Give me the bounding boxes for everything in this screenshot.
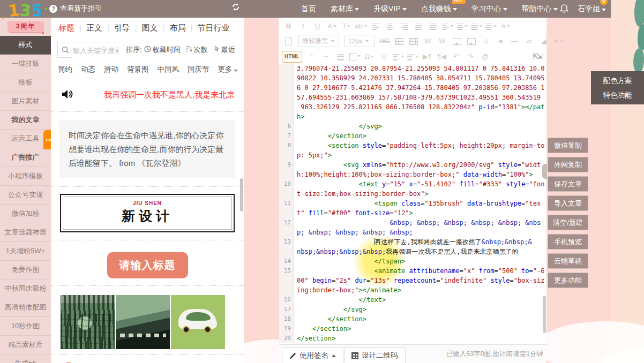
style-item-marquee[interactable]: 我再强调一次我不是黑人,我是来北京 <box>51 78 244 112</box>
sidebar-item-9[interactable]: 公众号变现 <box>0 186 51 205</box>
ordered-list-icon[interactable] <box>391 52 406 61</box>
code-line[interactable]: 6 </svg> <box>279 122 546 131</box>
font-size-select[interactable]: 12px <box>342 35 377 47</box>
sidebar-item-7[interactable]: 广告推广 <box>0 148 51 167</box>
more-text-style-icon[interactable]: A <box>498 22 513 30</box>
code-line[interactable]: 7 </section> <box>279 131 546 141</box>
action-button-5[interactable]: 清空/新建 <box>548 215 588 230</box>
sidebar-item-18[interactable]: 生成h5 <box>0 354 51 363</box>
editor-scrollbar[interactable] <box>543 296 546 333</box>
filter-chip-6[interactable]: 国庆节 <box>188 65 209 74</box>
sidebar-item-17[interactable]: 精品素材库 <box>0 336 51 354</box>
word-paste-icon[interactable]: W <box>421 37 435 45</box>
sidebar-item-3[interactable]: 模板 <box>0 73 51 92</box>
code-line[interactable]: 11 <tspan class="135brush" data-brushtyp… <box>279 199 546 208</box>
sidebar-item-2[interactable]: 一键排版 <box>0 55 51 73</box>
nav-item-6[interactable]: 帮助中心 <box>522 4 558 14</box>
filter-chip-5[interactable]: 中国风 <box>158 65 179 74</box>
music-icon[interactable]: ♫ <box>478 37 493 45</box>
code-line[interactable]: 00" begin="2s" dur="13s" repeatcount="in… <box>279 276 546 285</box>
code-line[interactable]: 6 0 27.910677-5.421476 37.947264-15.7804… <box>279 83 546 93</box>
style-tab-4[interactable]: 图文 <box>142 23 158 32</box>
sidebar-item-13[interactable]: 免费作图 <box>0 261 51 279</box>
code-line[interactable]: 90822 10.358929 24.207331 15.780405 38.0… <box>279 73 546 83</box>
text-block-icon[interactable] <box>333 52 348 61</box>
eraser-icon[interactable]: ▱ <box>522 37 536 45</box>
blockquote-icon[interactable]: ” <box>304 52 319 61</box>
filter-chip-2[interactable]: 动态 <box>81 65 95 74</box>
style-tab-6[interactable]: 节日行业 <box>198 23 230 32</box>
font-family-select[interactable]: 微软雅黑 <box>296 35 342 47</box>
action-button-2[interactable]: 外网复制 <box>548 157 588 172</box>
sidebar-item-16[interactable]: 10秒作图 <box>0 317 51 336</box>
insert-block-icon[interactable] <box>348 52 362 61</box>
anchor-icon[interactable]: @ <box>478 52 492 61</box>
sidebar-item-14[interactable]: 中秋国庆吸粉 <box>0 279 51 298</box>
sort-option-2[interactable]: 次数 <box>185 45 208 55</box>
sidebar-item-5[interactable]: 我的文章 <box>0 111 51 130</box>
code-line[interactable]: p: 5px;"> <box>279 150 546 160</box>
underline-icon[interactable]: U <box>310 22 325 30</box>
sidebar-item-10[interactable]: 微信加粉 <box>0 205 51 223</box>
html-source-button[interactable]: HTML <box>282 51 302 63</box>
nav-item-3[interactable]: 升级VIP <box>373 4 407 14</box>
style-item-logo-card[interactable]: JIU SHEN 新设计 <box>51 194 244 240</box>
action-button-1[interactable]: 微信复制 <box>548 138 588 153</box>
align-right-icon[interactable] <box>397 22 411 30</box>
panel-collapse-handle[interactable] <box>542 164 547 179</box>
sidebar-item-4[interactable]: 图片素材 <box>0 92 51 111</box>
new-document-icon[interactable] <box>281 36 296 45</box>
action-button-6[interactable]: 手机预览 <box>548 234 588 249</box>
italic-icon[interactable]: I <box>296 22 310 31</box>
font-background-icon[interactable]: T <box>339 22 354 30</box>
filter-more[interactable]: 更多 <box>218 65 238 74</box>
action-button-8[interactable]: 更多功能 <box>548 273 588 288</box>
emoji-icon[interactable]: ☺ <box>377 52 391 61</box>
style-tab-5[interactable]: 布局 <box>170 23 186 32</box>
line-height-icon[interactable] <box>455 22 469 30</box>
code-line[interactable]: 19 </section> <box>279 324 546 334</box>
code-line[interactable]: t-size:1em;box-sizing:border-box"> <box>279 189 546 199</box>
code-editor[interactable]: 3.796074-21.255093 20.87954-21.255093 54… <box>279 64 546 343</box>
style-panel-scrollbar[interactable] <box>240 178 243 211</box>
sidebar-item-6[interactable]: 运营工具new <box>0 130 51 148</box>
align-justify-icon[interactable] <box>411 22 426 30</box>
table-tools-icon[interactable] <box>406 37 421 45</box>
code-line[interactable]: 16 </text> <box>279 295 546 305</box>
feature-item-2[interactable]: 特色功能 <box>591 90 644 100</box>
redo-icon[interactable]: ↷ <box>463 52 478 61</box>
code-line[interactable]: ing:border-box;"></animate> <box>279 285 546 295</box>
image-gallery-icon[interactable] <box>464 37 478 45</box>
align-center-icon[interactable] <box>383 22 397 30</box>
action-button-4[interactable]: 导入文章 <box>548 195 588 211</box>
feature-item-1[interactable]: 配色方案 <box>591 76 644 86</box>
style-tab-1[interactable]: 标题 <box>58 23 74 32</box>
code-line[interactable]: 57.694555-231.603869 157.587108-379.6373… <box>279 93 546 102</box>
filter-chip-1[interactable]: 简约 <box>58 65 72 74</box>
user-menu[interactable]: 石学姐 <box>578 4 606 14</box>
nav-item-4[interactable]: 点我赚钱HOT <box>421 4 457 14</box>
code-line[interactable]: 15 <animate attributename="x" from="500"… <box>279 266 546 276</box>
code-line[interactable]: p; &nbsp; &nbsp; &nbsp; &nbsp; <box>279 228 546 237</box>
format-brush-icon[interactable]: ◢ <box>536 37 551 45</box>
code-line[interactable]: 12 &nbsp; &nbsp; &nbsp; &nbsp; &nbsp; &n… <box>279 218 546 228</box>
style-item-first-heading[interactable]: 1 第一标题 <box>51 355 244 363</box>
code-line[interactable]: h> <box>279 112 546 122</box>
sidebar-item-8[interactable]: 小程序模板 <box>0 167 51 186</box>
paragraph-ltr-icon[interactable]: ▶¶ <box>420 52 435 61</box>
code-line[interactable]: 10 <text y="15" x="-51.4102" fill="#333"… <box>279 179 546 189</box>
font-color-icon[interactable]: A <box>325 22 339 30</box>
style-tab-2[interactable]: 正文 <box>86 23 102 32</box>
paragraph-rtl-icon[interactable]: ¶◀ <box>435 52 449 61</box>
outdent-icon[interactable] <box>440 22 455 30</box>
code-line[interactable]: 13 再这样下去,我和烤肉就差一撮孜然了&nbsp;&nbsp;& <box>279 237 546 247</box>
unordered-list-icon[interactable] <box>406 52 420 61</box>
sidebar-item-12[interactable]: 1天增粉5W+ <box>0 242 51 261</box>
refresh-icon[interactable] <box>231 3 240 13</box>
newbie-guide-link[interactable]: ? 查看新手指引 <box>49 4 102 13</box>
search-input[interactable] <box>72 43 119 58</box>
video-icon[interactable]: ◄ <box>493 37 507 45</box>
magic-wand-icon[interactable]: ∗ <box>551 37 565 45</box>
style-item-title-button[interactable]: 请输入标题 <box>51 240 244 286</box>
sidebar-item-11[interactable]: 文章选题神器 <box>0 223 51 242</box>
